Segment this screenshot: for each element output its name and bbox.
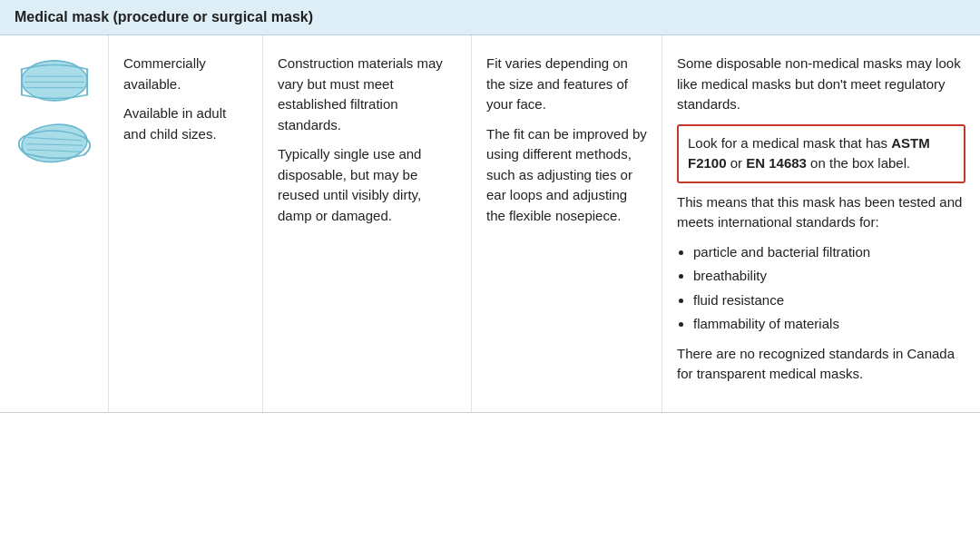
availability-para1: Commercially available. [123, 54, 248, 94]
bullet-2: breathability [693, 266, 965, 287]
standards-para3: This means that this mask has been teste… [677, 192, 965, 233]
table-title: Medical mask (procedure or surgical mask… [15, 9, 313, 25]
highlight-prefix: Look for a medical mask that has [688, 135, 891, 151]
col-availability: Commercially available. Available in adu… [109, 35, 263, 412]
mask-icon-1 [18, 54, 91, 103]
col-standards: Some disposable non-medical masks may lo… [662, 35, 980, 412]
fit-para2: The fit can be improved by using differe… [486, 124, 647, 227]
standards-para1: Some disposable non-medical masks may lo… [677, 54, 965, 115]
highlight-suffix: on the box label. [807, 155, 910, 171]
availability-para2: Available in adult and child sizes. [123, 103, 248, 144]
mask-icon-2 [18, 116, 91, 166]
standards-highlight-box: Look for a medical mask that has ASTM F2… [677, 124, 965, 183]
fit-para1: Fit varies depending on the size and fea… [486, 54, 647, 115]
bullet-1: particle and bacterial filtration [693, 242, 965, 263]
highlight-bold2: EN 14683 [746, 155, 807, 171]
standards-para4: There are no recognized standards in Can… [677, 344, 965, 385]
standards-bullets-list: particle and bacterial filtration breath… [693, 242, 965, 335]
col-image [0, 35, 109, 412]
bullet-3: fluid resistance [693, 290, 965, 311]
construction-para2: Typically single use and disposable, but… [278, 144, 456, 226]
table-body: Commercially available. Available in adu… [0, 35, 980, 413]
col-fit: Fit varies depending on the size and fea… [472, 35, 662, 412]
col-construction: Construction materials may vary but must… [263, 35, 472, 412]
bullet-4: flammability of materials [693, 314, 965, 335]
highlight-middle: or [727, 155, 747, 171]
page-container: Medical mask (procedure or surgical mask… [0, 0, 980, 413]
construction-para1: Construction materials may vary but must… [278, 54, 456, 135]
table-header: Medical mask (procedure or surgical mask… [0, 0, 980, 35]
